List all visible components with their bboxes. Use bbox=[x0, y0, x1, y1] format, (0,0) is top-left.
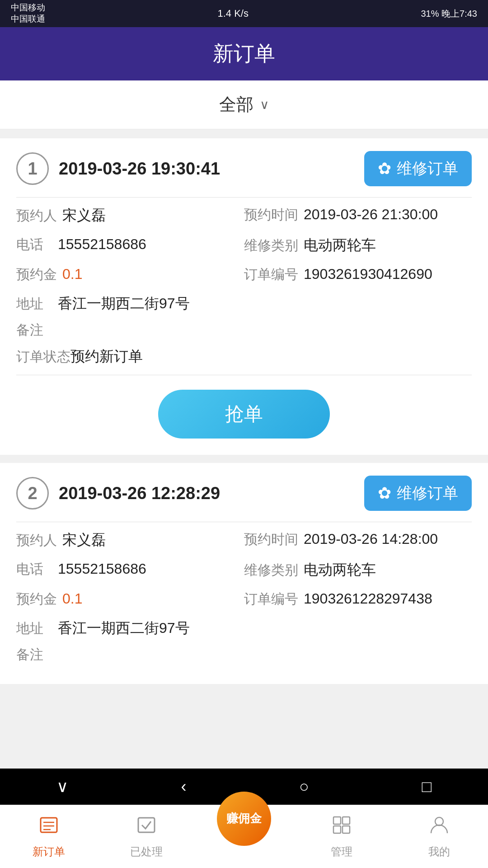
chevron-down-icon: ∨ bbox=[260, 97, 269, 112]
value-phone-2: 15552158686 bbox=[58, 561, 146, 577]
carrier-info: 中国移动 中国联通 bbox=[11, 2, 45, 24]
label-repair-type-2: 维修类别 bbox=[244, 561, 298, 580]
filter-bar[interactable]: 全部 ∨ bbox=[0, 80, 488, 129]
value-booking-time-1: 2019-03-26 21:30:00 bbox=[304, 206, 438, 223]
label-deposit-1: 预约金 bbox=[16, 265, 57, 284]
order-divider-1 bbox=[16, 197, 472, 198]
label-phone-2: 电话 bbox=[16, 560, 52, 579]
status-bar: 中国移动 中国联通 1.4 K/s 31% 晚上7:43 bbox=[0, 0, 488, 27]
new-order-icon bbox=[38, 814, 60, 841]
nav-down-icon[interactable]: ∨ bbox=[56, 777, 68, 796]
label-remark-2: 备注 bbox=[16, 646, 52, 664]
mine-icon bbox=[428, 814, 450, 841]
label-booking-time-1: 预约时间 bbox=[244, 206, 298, 224]
order-number-1: 1 bbox=[16, 152, 49, 185]
network-speed: 1.4 K/s bbox=[217, 8, 248, 19]
label-booking-person-2: 预约人 bbox=[16, 531, 57, 550]
value-booking-person-2: 宋义磊 bbox=[62, 530, 106, 550]
order-datetime-2: 2019-03-26 12:28:29 bbox=[59, 484, 220, 503]
svg-rect-5 bbox=[333, 817, 341, 824]
field-status-1: 订单状态 预约新订单 bbox=[16, 347, 472, 367]
value-order-no-1: 1903261930412690 bbox=[304, 266, 432, 283]
label-order-no-2: 订单编号 bbox=[244, 590, 298, 609]
repair-badge-label-2: 维修订单 bbox=[397, 483, 458, 504]
label-booking-person-1: 预约人 bbox=[16, 207, 57, 225]
order-fields-1: 预约人 宋义磊 预约时间 2019-03-26 21:30:00 电话 1555… bbox=[16, 206, 472, 284]
nav-item-mine[interactable]: 我的 bbox=[390, 805, 488, 868]
battery: 31% bbox=[421, 9, 439, 19]
repair-badge-1[interactable]: ✿ 维修订单 bbox=[364, 151, 472, 186]
carrier2: 中国联通 bbox=[11, 14, 45, 25]
value-deposit-2: 0.1 bbox=[62, 590, 82, 607]
nav-back-icon[interactable]: ‹ bbox=[181, 777, 186, 796]
nav-item-manage[interactable]: 管理 bbox=[293, 805, 390, 868]
nav-item-new-order[interactable]: 新订单 bbox=[0, 805, 98, 868]
value-status-1: 预约新订单 bbox=[70, 347, 143, 367]
order-fields-2: 预约人 宋义磊 预约时间 2019-03-26 14:28:00 电话 1555… bbox=[16, 530, 472, 609]
page-header: 新订单 bbox=[0, 27, 488, 80]
label-repair-type-1: 维修类别 bbox=[244, 236, 298, 255]
value-repair-type-1: 电动两轮车 bbox=[304, 236, 376, 255]
time-battery: 31% 晚上7:43 bbox=[421, 8, 477, 20]
repair-icon-2: ✿ bbox=[378, 484, 391, 503]
field-remark-1: 备注 bbox=[16, 321, 472, 340]
order-card-2: 2 2019-03-26 12:28:29 ✿ 维修订单 预约人 宋义磊 预约时… bbox=[0, 463, 488, 684]
value-order-no-2: 1903261228297438 bbox=[304, 590, 432, 607]
label-remark-1: 备注 bbox=[16, 321, 52, 340]
nav-item-bonus[interactable]: 赚佣金 bbox=[195, 805, 293, 868]
order-number-2: 2 bbox=[16, 477, 49, 509]
svg-rect-8 bbox=[343, 826, 350, 833]
manage-icon bbox=[331, 814, 352, 841]
grab-order-button-1[interactable]: 抢单 bbox=[158, 390, 330, 439]
field-booking-person-2: 预约人 宋义磊 bbox=[16, 530, 244, 550]
time: 晚上7:43 bbox=[441, 9, 477, 19]
order-header-2: 2 2019-03-26 12:28:29 ✿ 维修订单 bbox=[16, 476, 472, 511]
orders-list: 1 2019-03-26 19:30:41 ✿ 维修订单 预约人 宋义磊 预约时… bbox=[0, 129, 488, 701]
field-address-1: 地址 香江一期西二街97号 bbox=[16, 294, 472, 314]
field-deposit-2: 预约金 0.1 bbox=[16, 590, 244, 609]
svg-rect-6 bbox=[343, 817, 350, 824]
field-booking-time-2: 预约时间 2019-03-26 14:28:00 bbox=[244, 530, 472, 550]
order-header-left-2: 2 2019-03-26 12:28:29 bbox=[16, 477, 220, 509]
carrier1: 中国移动 bbox=[11, 2, 45, 14]
label-address-2: 地址 bbox=[16, 619, 52, 638]
bonus-center-icon: 赚佣金 bbox=[217, 792, 271, 846]
order-card-1: 1 2019-03-26 19:30:41 ✿ 维修订单 预约人 宋义磊 预约时… bbox=[0, 138, 488, 455]
value-repair-type-2: 电动两轮车 bbox=[304, 560, 376, 580]
repair-icon-1: ✿ bbox=[378, 159, 391, 178]
value-address-1: 香江一期西二街97号 bbox=[58, 294, 190, 314]
order-header-left-1: 1 2019-03-26 19:30:41 bbox=[16, 152, 220, 185]
field-order-no-2: 订单编号 1903261228297438 bbox=[244, 590, 472, 609]
label-status-1: 订单状态 bbox=[16, 348, 70, 366]
field-order-no-1: 订单编号 1903261930412690 bbox=[244, 265, 472, 284]
value-phone-1: 15552158686 bbox=[58, 236, 146, 253]
field-remark-2: 备注 bbox=[16, 646, 472, 664]
repair-badge-2[interactable]: ✿ 维修订单 bbox=[364, 476, 472, 511]
nav-item-processed[interactable]: 已处理 bbox=[98, 805, 195, 868]
label-deposit-2: 预约金 bbox=[16, 590, 57, 609]
label-phone-1: 电话 bbox=[16, 236, 52, 254]
svg-rect-4 bbox=[138, 818, 155, 832]
label-booking-time-2: 预约时间 bbox=[244, 530, 298, 549]
field-repair-type-2: 维修类别 电动两轮车 bbox=[244, 560, 472, 580]
nav-home-icon[interactable]: ○ bbox=[299, 777, 309, 796]
nav-label-bonus: 赚佣金 bbox=[226, 811, 262, 826]
value-booking-person-1: 宋义磊 bbox=[62, 206, 106, 226]
field-address-2: 地址 香江一期西二街97号 bbox=[16, 618, 472, 638]
label-order-no-1: 订单编号 bbox=[244, 265, 298, 284]
order-datetime-1: 2019-03-26 19:30:41 bbox=[59, 159, 220, 179]
order-divider-2 bbox=[16, 522, 472, 522]
field-phone-2: 电话 15552158686 bbox=[16, 560, 244, 580]
repair-badge-label-1: 维修订单 bbox=[397, 158, 458, 179]
nav-recent-icon[interactable]: □ bbox=[422, 777, 432, 796]
value-address-2: 香江一期西二街97号 bbox=[58, 618, 190, 638]
filter-label: 全部 bbox=[219, 93, 253, 116]
processed-icon bbox=[136, 814, 157, 841]
field-booking-person-1: 预约人 宋义磊 bbox=[16, 206, 244, 226]
nav-label-manage: 管理 bbox=[331, 844, 352, 859]
nav-label-new-order: 新订单 bbox=[33, 844, 65, 859]
svg-point-9 bbox=[435, 817, 443, 826]
bottom-nav: 新订单 已处理 赚佣金 管理 bbox=[0, 805, 488, 868]
nav-label-mine: 我的 bbox=[428, 844, 450, 859]
nav-label-processed: 已处理 bbox=[130, 844, 163, 859]
